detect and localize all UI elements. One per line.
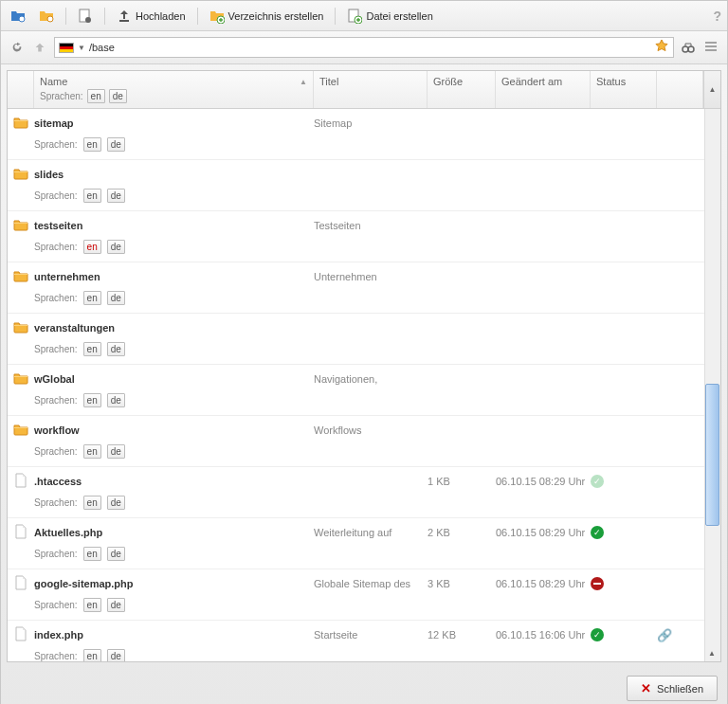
file-name: Aktuelles.php	[34, 527, 314, 538]
col-icon[interactable]	[8, 71, 34, 108]
separator	[335, 8, 336, 25]
row-languages: Sprachen:ende	[8, 137, 720, 159]
separator	[104, 8, 105, 25]
file-title: Sitemap	[314, 117, 428, 129]
folder-browse-button[interactable]	[7, 6, 29, 27]
table-row[interactable]: testseitenTestseitenSprachen:ende	[8, 211, 720, 262]
file-title: Workflows	[314, 424, 428, 436]
row-languages: Sprachen:ende	[8, 547, 720, 569]
lang-en-button[interactable]: en	[83, 189, 101, 203]
favorite-star-icon[interactable]	[654, 39, 669, 56]
sprachen-label: Sprachen:	[34, 139, 78, 150]
table-row[interactable]: veranstaltungenSprachen:ende	[8, 314, 720, 365]
lang-de-button[interactable]: de	[107, 598, 125, 612]
folder-open-button[interactable]	[35, 6, 58, 27]
svg-point-8	[682, 46, 688, 52]
file-name: veranstaltungen	[34, 322, 314, 334]
scroll-up-button[interactable]: ▲	[703, 71, 720, 108]
scroll-thumb[interactable]	[705, 384, 719, 526]
close-label: Schließen	[657, 683, 703, 695]
lang-en-button[interactable]: en	[83, 598, 101, 612]
scroll-collapse-arrow[interactable]: ▲	[708, 649, 716, 658]
file-date: 06.10.15 08:29 Uhr	[496, 578, 591, 589]
binoculars-button[interactable]	[680, 39, 697, 56]
folder-gear-yellow-icon	[39, 9, 54, 24]
col-actions	[657, 71, 703, 108]
lang-en-button[interactable]: en	[83, 137, 101, 152]
navigation-bar: ▼	[1, 31, 727, 64]
lang-en-button[interactable]: en	[83, 342, 101, 356]
lang-en-button[interactable]: en	[83, 496, 101, 510]
sprachen-label: Sprachen:	[34, 549, 78, 559]
lang-de-button[interactable]: de	[107, 547, 125, 561]
file-name: wGlobal	[34, 373, 314, 385]
lang-en-header[interactable]: en	[87, 89, 105, 103]
footer-bar: ✕ Schließen	[1, 668, 727, 704]
lang-de-button[interactable]: de	[107, 240, 125, 254]
lang-en-button[interactable]: en	[83, 393, 101, 407]
lang-de-button[interactable]: de	[107, 649, 125, 661]
lang-de-button[interactable]: de	[107, 189, 125, 203]
file-name: .htaccess	[34, 476, 314, 487]
file-icon	[13, 524, 28, 541]
svg-point-0	[19, 16, 25, 22]
col-status[interactable]: Status	[591, 71, 657, 108]
col-modified[interactable]: Geändert am	[496, 71, 591, 108]
folder-icon	[13, 217, 28, 234]
lang-de-button[interactable]: de	[107, 393, 125, 407]
svg-rect-4	[119, 20, 129, 22]
sprachen-label: Sprachen:	[34, 190, 78, 201]
lang-de-button[interactable]: de	[107, 444, 125, 459]
file-size: 2 KB	[428, 527, 496, 538]
table-header: Name ▲ Sprachen: en de Titel Größe Geänd…	[8, 71, 720, 109]
table-row[interactable]: index.phpStartseite12 KB06.10.15 16:06 U…	[8, 621, 720, 661]
table-row[interactable]: slidesSprachen:ende	[8, 160, 720, 211]
help-button[interactable]: ?	[713, 9, 721, 24]
status-ok-light-icon: ✓	[591, 475, 604, 488]
folder-gear-blue-icon	[10, 9, 26, 24]
up-directory-button[interactable]	[31, 39, 48, 56]
link-icon[interactable]: 🔗	[657, 628, 672, 642]
table-row[interactable]: sitemapSitemapSprachen:ende	[8, 109, 720, 160]
lang-en-button[interactable]: en	[83, 547, 101, 561]
lang-de-button[interactable]: de	[107, 291, 125, 305]
path-input[interactable]	[89, 42, 650, 53]
lang-en-button[interactable]: en	[83, 444, 101, 459]
lang-en-button[interactable]: en	[83, 240, 101, 254]
lang-en-button[interactable]: en	[83, 291, 101, 305]
list-view-button[interactable]	[702, 39, 719, 56]
col-title[interactable]: Titel	[314, 71, 428, 108]
status-blocked-icon	[591, 577, 604, 590]
lang-de-header[interactable]: de	[109, 89, 127, 103]
upload-button[interactable]: Hochladen	[113, 6, 190, 27]
table-row[interactable]: unternehmenUnternehmenSprachen:ende	[8, 262, 720, 314]
table-row[interactable]: .htaccess1 KB06.10.15 08:29 Uhr✓Sprachen…	[8, 467, 720, 518]
create-file-button[interactable]: Datei erstellen	[343, 6, 436, 27]
file-name: google-sitemap.php	[34, 578, 314, 589]
file-settings-button[interactable]	[74, 6, 97, 27]
lang-de-button[interactable]: de	[107, 137, 125, 152]
lang-de-button[interactable]: de	[107, 342, 125, 356]
create-dir-label: Verzeichnis erstellen	[228, 10, 324, 22]
lang-de-button[interactable]: de	[107, 496, 125, 510]
table-row[interactable]: wGlobalNavigationen,Sprachen:ende	[8, 365, 720, 416]
table-row[interactable]: google-sitemap.phpGlobale Sitemap des3 K…	[8, 569, 720, 621]
col-size[interactable]: Größe	[428, 71, 496, 108]
file-status: ✓	[591, 628, 657, 641]
folder-icon	[13, 268, 28, 285]
close-button[interactable]: ✕ Schließen	[627, 676, 718, 701]
language-dropdown-arrow[interactable]: ▼	[78, 44, 85, 52]
file-title: Unternehmen	[314, 271, 428, 282]
refresh-button[interactable]	[9, 39, 26, 56]
sprachen-label: Sprachen:	[34, 293, 78, 303]
create-directory-button[interactable]: Verzeichnis erstellen	[206, 6, 328, 27]
folder-icon	[13, 115, 28, 132]
table-row[interactable]: workflowWorkflowsSprachen:ende	[8, 416, 720, 467]
table-row[interactable]: Aktuelles.phpWeiterleitung auf2 KB06.10.…	[8, 518, 720, 569]
scrollbar[interactable]: ▲	[704, 109, 720, 661]
lang-en-button[interactable]: en	[83, 649, 101, 661]
file-size: 12 KB	[428, 629, 496, 641]
path-field[interactable]: ▼	[54, 37, 674, 58]
col-name[interactable]: Name ▲ Sprachen: en de	[34, 71, 314, 108]
sort-arrow-icon: ▲	[300, 78, 307, 86]
